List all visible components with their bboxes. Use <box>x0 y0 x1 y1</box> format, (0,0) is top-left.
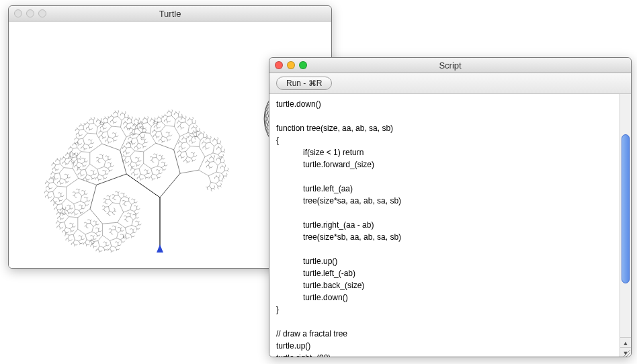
svg-line-1337 <box>96 232 99 234</box>
svg-line-388 <box>155 118 155 119</box>
svg-line-860 <box>70 152 72 152</box>
svg-line-1463 <box>126 233 130 234</box>
svg-line-1101 <box>46 191 48 192</box>
svg-line-205 <box>177 151 179 152</box>
svg-line-1035 <box>52 163 54 164</box>
svg-line-1057 <box>59 173 60 179</box>
svg-line-1407 <box>114 250 114 251</box>
svg-line-868 <box>70 156 72 158</box>
svg-line-85 <box>207 165 209 166</box>
svg-line-1372 <box>93 242 94 244</box>
script-titlebar[interactable]: Script <box>269 58 631 73</box>
svg-line-1453 <box>103 222 118 224</box>
svg-line-1017 <box>63 162 65 163</box>
turtle-titlebar[interactable]: Turtle <box>9 6 331 21</box>
svg-line-1167 <box>74 203 75 209</box>
svg-line-1537 <box>122 200 124 201</box>
svg-line-61 <box>223 163 224 163</box>
svg-line-686 <box>115 111 116 112</box>
code-line: // draw a fractal tree <box>276 328 614 340</box>
svg-line-1023 <box>64 168 73 169</box>
svg-line-965 <box>109 163 110 164</box>
svg-line-1142 <box>56 208 58 210</box>
svg-line-1242 <box>63 218 64 219</box>
svg-line-690 <box>112 116 114 118</box>
svg-line-612 <box>120 137 126 150</box>
svg-line-441 <box>130 142 132 142</box>
svg-line-214 <box>185 151 187 156</box>
svg-line-656 <box>126 122 128 124</box>
svg-line-774 <box>91 119 93 120</box>
vertical-scrollbar[interactable]: ▲ ▼ <box>620 94 631 357</box>
svg-line-855 <box>71 147 73 148</box>
svg-line-34 <box>216 175 217 177</box>
svg-line-694 <box>112 118 114 120</box>
svg-line-2 <box>180 170 199 173</box>
svg-line-495 <box>125 157 126 160</box>
svg-line-1543 <box>120 199 121 204</box>
svg-line-227 <box>192 156 194 158</box>
svg-line-1038 <box>53 167 55 168</box>
svg-line-436 <box>130 137 132 138</box>
svg-line-907 <box>78 173 80 174</box>
svg-line-502 <box>130 156 132 162</box>
svg-line-320 <box>166 120 167 122</box>
svg-line-142 <box>205 146 206 148</box>
scroll-up-arrow-icon[interactable]: ▲ <box>620 337 631 348</box>
svg-line-1328 <box>93 235 94 236</box>
svg-line-620 <box>144 136 145 137</box>
resize-grip-icon[interactable] <box>621 348 631 357</box>
svg-line-375 <box>169 132 169 134</box>
svg-line-77 <box>210 157 212 158</box>
svg-line-1228 <box>62 207 62 208</box>
svg-line-789 <box>91 128 92 130</box>
svg-line-1354 <box>91 220 91 221</box>
svg-line-290 <box>174 126 180 136</box>
svg-line-804 <box>78 130 79 133</box>
svg-line-611 <box>120 150 126 174</box>
zoom-icon[interactable] <box>299 61 307 69</box>
svg-line-1048 <box>51 173 53 173</box>
scrollbar-thumb[interactable] <box>622 134 630 283</box>
svg-line-1283 <box>68 235 69 238</box>
close-icon[interactable] <box>275 61 283 69</box>
svg-line-797 <box>79 125 81 126</box>
svg-line-1307 <box>81 236 82 237</box>
svg-line-846 <box>77 148 81 152</box>
svg-line-1412 <box>119 248 120 250</box>
svg-line-231 <box>194 152 195 154</box>
svg-line-1366 <box>98 236 103 241</box>
svg-line-393 <box>147 123 151 127</box>
svg-line-286 <box>180 126 181 128</box>
svg-line-695 <box>111 120 113 121</box>
run-button[interactable]: Run - ⌘R <box>276 77 332 90</box>
svg-line-122 <box>215 139 217 140</box>
svg-line-610 <box>126 174 160 197</box>
zoom-icon[interactable] <box>38 9 46 17</box>
svg-line-857 <box>69 147 71 148</box>
svg-line-626 <box>146 129 146 130</box>
code-line <box>276 207 614 219</box>
close-icon[interactable] <box>14 9 22 17</box>
svg-line-39 <box>222 173 224 176</box>
svg-line-18 <box>216 183 218 186</box>
code-line <box>276 171 614 183</box>
svg-line-1085 <box>49 178 51 179</box>
svg-line-76 <box>211 156 212 157</box>
minimize-icon[interactable] <box>287 61 295 69</box>
svg-line-370 <box>169 139 170 140</box>
svg-line-575 <box>157 170 159 171</box>
code-editor[interactable]: turtle.down() function tree(size, aa, ab… <box>269 94 620 357</box>
svg-line-147 <box>199 140 200 147</box>
svg-line-1047 <box>52 171 53 173</box>
svg-line-812 <box>79 138 83 139</box>
svg-line-867 <box>73 157 77 158</box>
svg-line-1051 <box>52 177 54 177</box>
svg-line-504 <box>128 165 130 165</box>
svg-line-676 <box>125 111 126 113</box>
svg-line-772 <box>93 118 95 120</box>
svg-line-520 <box>136 157 138 158</box>
minimize-icon[interactable] <box>26 9 34 17</box>
svg-line-74 <box>214 155 215 156</box>
svg-line-1169 <box>72 212 74 213</box>
